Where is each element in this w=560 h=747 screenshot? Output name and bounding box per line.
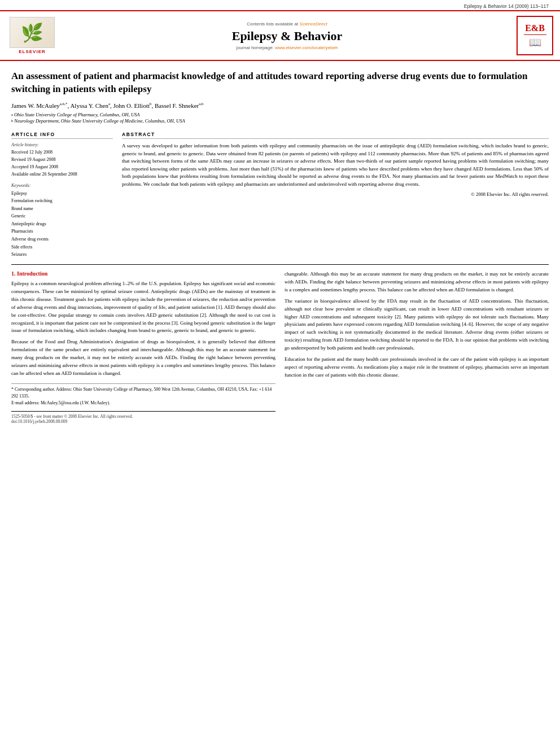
author-mcauley: James W. McAuley: [11, 102, 60, 109]
author-shneker: Bassel F. Shneker: [155, 102, 199, 109]
esb-logo: E&B 📖: [517, 16, 553, 55]
keyword-formulation: Formulation switching: [11, 197, 113, 205]
author-elliott: John O. Elliott: [113, 102, 150, 109]
footer-bar: 1525-5050/$ - see front matter © 2008 El…: [11, 411, 275, 424]
article-history-label: Article history:: [11, 142, 113, 147]
intro-paragraph-3-continued: changeable. Although this may be an accu…: [285, 270, 549, 294]
keyword-brand: Brand name: [11, 205, 113, 213]
introduction-title: 1. Introduction: [11, 270, 275, 277]
doi-line: doi:10.1016/j.yebeh.2008.08.009: [11, 419, 275, 424]
article-info-header: ARTICLE INFO: [11, 132, 113, 139]
footer-notes: * Corresponding author. Address: Ohio St…: [11, 383, 275, 407]
abstract-text: A survey was developed to gather informa…: [122, 142, 549, 188]
article-info-column: ARTICLE INFO Article history: Received 1…: [11, 132, 113, 259]
homepage-url[interactable]: www.elsevier.com/locate/yebeh: [275, 45, 338, 50]
email-note: E-mail address: McAuley.5@osu.edu (J.W. …: [11, 400, 275, 407]
affiliation-a: a Ohio State University College of Pharm…: [11, 112, 549, 119]
keyword-seizures: Seizures: [11, 251, 113, 259]
body-right-column: changeable. Although this may be an accu…: [285, 270, 549, 424]
elsevier-logo: 🌿 ELSEVIER: [7, 17, 58, 54]
intro-paragraph-5: Education for the patient and the many h…: [285, 356, 549, 379]
keywords-label: Keywords:: [11, 183, 113, 188]
intro-paragraph-1: Epilepsy is a common neurological proble…: [11, 280, 275, 335]
keyword-adverse: Adverse drug events: [11, 235, 113, 243]
author-chen: Alyssa Y. Chen: [70, 102, 108, 109]
issn-line: 1525-5050/$ - see front matter © 2008 El…: [11, 414, 275, 419]
keyword-side-effects: Side effects: [11, 243, 113, 251]
copyright-line: © 2008 Elsevier Inc. All rights reserved…: [122, 191, 549, 197]
keyword-antiepileptic: Antiepileptic drugs: [11, 220, 113, 228]
journal-banner: 🌿 ELSEVIER Contents lists available at S…: [0, 10, 560, 61]
sciencedirect-line: Contents lists available at ScienceDirec…: [63, 21, 511, 27]
article-dates: Received 12 July 2008 Revised 19 August …: [11, 149, 113, 178]
keyword-generic: Generic: [11, 212, 113, 220]
elsevier-label: ELSEVIER: [19, 49, 46, 54]
section-divider: [11, 264, 549, 265]
corresponding-author-note: * Corresponding author. Address: Ohio St…: [11, 386, 275, 400]
journal-homepage: journal homepage: www.elsevier.com/locat…: [63, 45, 511, 50]
abstract-column: ABSTRACT A survey was developed to gathe…: [122, 132, 549, 259]
body-content: 1. Introduction Epilepsy is a common neu…: [11, 270, 549, 424]
article-info-abstract: ARTICLE INFO Article history: Received 1…: [11, 132, 549, 259]
sciencedirect-link[interactable]: ScienceDirect: [299, 21, 327, 27]
affiliation-b: b Neurology Department, Ohio State Unive…: [11, 118, 549, 125]
elsevier-logo-image: 🌿: [10, 17, 55, 48]
keywords-list: Epilepsy Formulation switching Brand nam…: [11, 190, 113, 259]
intro-paragraph-4: The variance in bioequivalence allowed b…: [285, 298, 549, 353]
journal-reference: Epilepsy & Behavior 14 (2009) 113–117: [0, 0, 560, 10]
keyword-epilepsy: Epilepsy: [11, 190, 113, 198]
journal-center: Contents lists available at ScienceDirec…: [63, 21, 511, 50]
keyword-pharmacists: Pharmacists: [11, 228, 113, 235]
body-left-column: 1. Introduction Epilepsy is a common neu…: [11, 270, 275, 424]
main-content: An assessment of patient and pharmacist …: [0, 61, 560, 431]
journal-title: Epilepsy & Behavior: [63, 29, 511, 43]
authors-line: James W. McAuleya,b,*, Alyssa Y. Chena, …: [11, 102, 549, 109]
abstract-header: ABSTRACT: [122, 132, 549, 139]
intro-paragraph-2: Because of the Food and Drug Administrat…: [11, 338, 275, 378]
affiliations: a Ohio State University College of Pharm…: [11, 112, 549, 125]
article-title: An assessment of patient and pharmacist …: [11, 70, 549, 96]
